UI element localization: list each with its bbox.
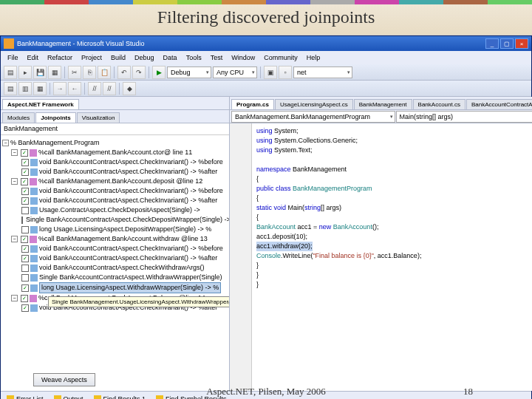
method-icon xyxy=(30,236,37,243)
checkbox[interactable] xyxy=(21,178,28,185)
tab-find-results[interactable]: Find Results 1 xyxy=(91,394,149,400)
weave-aspects-button[interactable]: Weave Aspects xyxy=(33,373,95,386)
cut-button[interactable]: ✂ xyxy=(68,66,81,79)
checkbox[interactable] xyxy=(21,255,29,262)
menu-tools[interactable]: Tools xyxy=(183,52,205,63)
tool-btn-2[interactable]: ▫ xyxy=(279,66,292,79)
checkbox[interactable] xyxy=(21,149,28,157)
outdent-button[interactable]: ← xyxy=(68,82,81,95)
tab-error-list[interactable]: Error List xyxy=(4,394,47,400)
paste-button[interactable]: 📋 xyxy=(98,66,111,79)
uncomment-button[interactable]: // xyxy=(103,82,116,95)
doc-tab-bankmgmt[interactable]: BankManagement xyxy=(354,99,412,109)
tab-visualization[interactable]: Visualization xyxy=(77,112,120,123)
menu-debug[interactable]: Debug xyxy=(131,52,158,63)
save-all-button[interactable]: ▦ xyxy=(48,66,61,79)
nav-class-combo[interactable]: BankManagement.BankManagementProgram xyxy=(231,111,395,123)
close-button[interactable]: × xyxy=(515,38,528,49)
checkbox[interactable] xyxy=(21,265,29,272)
redo-button[interactable]: ↷ xyxy=(132,66,146,79)
tab-find-symbol[interactable]: Find Symbol Results xyxy=(153,394,230,400)
editor-pane: Program.cs UsageLicensingAspect.cs BankM… xyxy=(230,97,532,391)
start-debug-button[interactable]: ▶ xyxy=(152,66,166,79)
open-button[interactable]: ▸ xyxy=(18,66,32,79)
checkbox[interactable] xyxy=(21,216,23,224)
checkbox[interactable] xyxy=(21,295,28,302)
menu-file[interactable]: File xyxy=(4,52,22,63)
checkbox[interactable] xyxy=(21,274,29,282)
toolbar-1: ▤ ▸ 💾 ▦ ✂ ⎘ 📋 ↶ ↷ ▶ Debug Any CPU ▣ ▫ ne… xyxy=(1,64,531,81)
save-button[interactable]: 💾 xyxy=(33,66,47,79)
call-icon xyxy=(30,255,38,262)
checkbox[interactable] xyxy=(21,236,28,243)
menu-data[interactable]: Data xyxy=(160,52,181,63)
doc-tab-bankaccount[interactable]: BankAccount.cs xyxy=(413,99,466,109)
menu-help[interactable]: Help xyxy=(303,52,324,63)
menubar: File Edit Refactor Project Build Debug D… xyxy=(1,51,531,64)
call-icon xyxy=(30,226,38,233)
checkbox[interactable] xyxy=(21,226,29,233)
joinpoint-tree[interactable]: −% BankManagement.Program −%call BankMan… xyxy=(1,135,229,316)
aspect-panel-header[interactable]: Aspect.NET Framework xyxy=(2,99,79,109)
code-editor[interactable]: using System; using System.Collections.G… xyxy=(230,123,532,391)
call-icon xyxy=(30,265,38,272)
aspect-panel: Aspect.NET Framework Modules Joinpoints … xyxy=(1,97,230,391)
btn-a[interactable]: ▤ xyxy=(4,82,17,95)
call-icon xyxy=(30,197,38,205)
checkbox[interactable] xyxy=(21,197,29,205)
tree-filter-input[interactable]: BankManagement xyxy=(1,123,229,135)
bookmark-button[interactable]: ◆ xyxy=(123,82,136,95)
checkbox[interactable] xyxy=(21,188,29,195)
checkbox[interactable] xyxy=(21,168,29,176)
menu-build[interactable]: Build xyxy=(107,52,129,63)
tab-modules[interactable]: Modules xyxy=(2,112,35,123)
platform-combo[interactable]: Any CPU xyxy=(213,66,257,78)
call-icon xyxy=(30,284,38,292)
comment-button[interactable]: // xyxy=(88,82,101,95)
menu-test[interactable]: Test xyxy=(207,52,227,63)
error-icon xyxy=(7,395,14,400)
menu-community[interactable]: Community xyxy=(260,52,301,63)
checkbox[interactable] xyxy=(21,284,29,292)
checkbox[interactable] xyxy=(21,207,29,214)
call-icon xyxy=(30,245,38,253)
expand-icon[interactable]: − xyxy=(11,295,18,301)
maximize-button[interactable]: ▢ xyxy=(500,38,514,49)
checkbox[interactable] xyxy=(21,245,29,253)
indent-button[interactable]: → xyxy=(53,82,66,95)
menu-window[interactable]: Window xyxy=(228,52,259,63)
undo-button[interactable]: ↶ xyxy=(117,66,131,79)
call-icon xyxy=(30,207,38,214)
tab-output[interactable]: Output xyxy=(51,394,86,400)
btn-b[interactable]: ▥ xyxy=(18,82,32,95)
checkbox[interactable] xyxy=(21,304,29,312)
vs-window: BankManagement - Microsoft Visual Studio… xyxy=(0,35,532,399)
expand-icon[interactable]: − xyxy=(11,149,18,156)
tool-btn-1[interactable]: ▣ xyxy=(264,66,277,79)
toolbar-2: ▤ ▥ ▦ → ← // // ◆ xyxy=(1,81,531,97)
nav-member-combo[interactable]: Main(string[] args) xyxy=(396,111,532,123)
copy-button[interactable]: ⎘ xyxy=(83,66,96,79)
menu-refactor[interactable]: Refactor xyxy=(44,52,76,63)
gutter xyxy=(230,123,252,391)
checkbox[interactable] xyxy=(21,159,29,166)
minimize-button[interactable]: _ xyxy=(485,38,499,49)
call-icon xyxy=(30,274,38,282)
find-icon xyxy=(94,395,101,400)
doc-tab-licensing[interactable]: UsageLicensingAspect.cs xyxy=(275,99,353,109)
call-icon xyxy=(30,168,38,176)
menu-edit[interactable]: Edit xyxy=(24,52,43,63)
app-icon xyxy=(4,38,14,49)
expand-icon[interactable]: − xyxy=(11,178,18,185)
new-project-button[interactable]: ▤ xyxy=(4,66,17,79)
btn-c[interactable]: ▦ xyxy=(33,82,47,95)
config-combo[interactable]: Debug xyxy=(167,66,211,78)
expand-icon[interactable]: − xyxy=(2,140,9,146)
find-combo[interactable]: net xyxy=(293,66,352,78)
tab-joinpoints[interactable]: Joinpoints xyxy=(35,112,75,123)
doc-tab-program[interactable]: Program.cs xyxy=(231,99,274,109)
menu-project[interactable]: Project xyxy=(78,52,106,63)
titlebar[interactable]: BankManagement - Microsoft Visual Studio… xyxy=(1,36,531,51)
doc-tab-contract[interactable]: BankAccountContractAspect.cs xyxy=(466,99,532,109)
expand-icon[interactable]: − xyxy=(11,236,18,242)
